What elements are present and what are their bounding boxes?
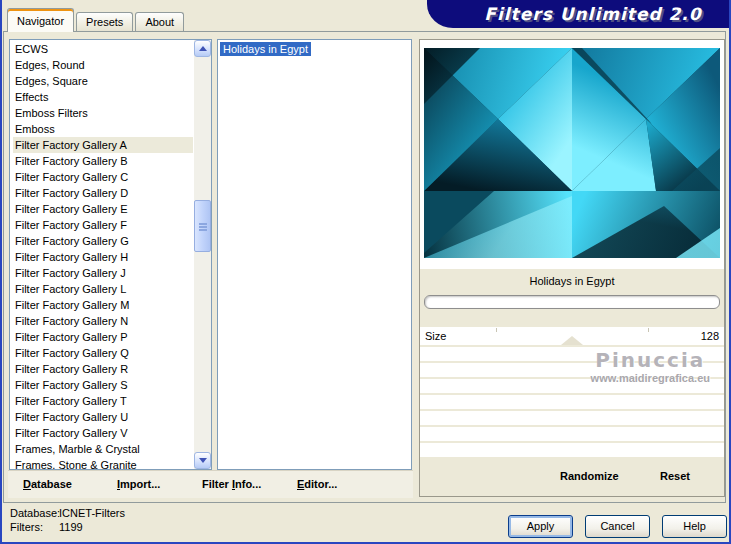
tab-presets[interactable]: Presets bbox=[76, 12, 133, 31]
status-filters-value: 1199 bbox=[59, 521, 83, 533]
category-list-item[interactable]: Filter Factory Gallery C bbox=[13, 169, 193, 185]
import-button[interactable]: Import... bbox=[117, 471, 160, 498]
category-list-item[interactable]: Filter Factory Gallery U bbox=[13, 409, 193, 425]
filter-info-button[interactable]: Filter Info... bbox=[202, 471, 261, 498]
parameter-rows bbox=[420, 347, 724, 459]
preview-panel: Holidays in Egypt Size 128 Pinuccia bbox=[419, 39, 725, 497]
preview-background bbox=[420, 40, 724, 269]
category-list-item[interactable]: Filter Factory Gallery N bbox=[13, 313, 193, 329]
tab-bar: Navigator Presets About bbox=[7, 0, 186, 31]
category-list-item[interactable]: Filter Factory Gallery G bbox=[13, 233, 193, 249]
status-database-label: Database: bbox=[10, 506, 59, 520]
category-list-item[interactable]: Filter Factory Gallery J bbox=[13, 265, 193, 281]
category-list-item[interactable]: Emboss bbox=[13, 121, 193, 137]
status-database-value: ICNET-Filters bbox=[59, 507, 125, 519]
slider-tick bbox=[648, 328, 649, 332]
category-list-item[interactable]: Filter Factory Gallery E bbox=[13, 201, 193, 217]
category-list-item[interactable]: ECWS bbox=[13, 41, 193, 57]
parameter-row bbox=[420, 363, 724, 377]
title-banner: Filters Unlimited 2.0 bbox=[427, 0, 729, 28]
tab-navigator[interactable]: Navigator bbox=[7, 8, 74, 32]
preview-image bbox=[424, 48, 720, 258]
help-button[interactable]: Help bbox=[662, 515, 727, 538]
category-scrollbar[interactable] bbox=[194, 40, 211, 469]
status-database-row: Database:ICNET-Filters bbox=[10, 506, 125, 520]
category-list-item[interactable]: Frames, Marble & Crystal bbox=[13, 441, 193, 457]
parameter-row bbox=[420, 379, 724, 393]
status-filters-row: Filters:1199 bbox=[10, 520, 125, 534]
database-toolbar: Database Import... Filter Info... Editor… bbox=[8, 470, 413, 498]
preview-caption: Holidays in Egypt bbox=[420, 269, 724, 294]
category-list-item[interactable]: Filter Factory Gallery L bbox=[13, 281, 193, 297]
status-filters-label: Filters: bbox=[10, 520, 59, 534]
label-text: ditor... bbox=[304, 478, 337, 490]
cancel-button[interactable]: Cancel bbox=[585, 515, 650, 538]
reset-button[interactable]: Reset bbox=[660, 470, 690, 482]
filter-list-item[interactable]: Holidays in Egypt bbox=[220, 42, 311, 56]
randomize-button[interactable]: Randomize bbox=[560, 470, 619, 482]
category-list-item[interactable]: Filter Factory Gallery D bbox=[13, 185, 193, 201]
editor-button[interactable]: Editor... bbox=[297, 471, 337, 498]
label-text: atabase bbox=[31, 478, 72, 490]
category-list-item[interactable]: Filter Factory Gallery A bbox=[13, 137, 193, 153]
category-list-item[interactable]: Filter Factory Gallery H bbox=[13, 249, 193, 265]
filters-unlimited-dialog: Filters Unlimited 2.0 Navigator Presets … bbox=[0, 0, 731, 544]
apply-button[interactable]: Apply bbox=[508, 515, 573, 538]
label-text: nfo... bbox=[235, 478, 261, 490]
accel-letter: D bbox=[23, 478, 31, 490]
parameter-row bbox=[420, 395, 724, 409]
progress-bar bbox=[424, 295, 720, 309]
category-list-item[interactable]: Filter Factory Gallery M bbox=[13, 297, 193, 313]
size-label: Size bbox=[425, 327, 446, 345]
parameter-row bbox=[420, 347, 724, 361]
label-text: mport... bbox=[120, 478, 160, 490]
category-list-item[interactable]: Filter Factory Gallery T bbox=[13, 393, 193, 409]
size-value: 128 bbox=[701, 327, 719, 345]
scrollbar-thumb[interactable] bbox=[194, 200, 211, 252]
category-list-item[interactable]: Emboss Filters bbox=[13, 105, 193, 121]
category-list-item[interactable]: Filter Factory Gallery S bbox=[13, 377, 193, 393]
category-list[interactable]: ECWSEdges, RoundEdges, SquareEffectsEmbo… bbox=[9, 39, 212, 470]
scroll-down-icon[interactable] bbox=[194, 452, 211, 469]
filter-list[interactable]: Holidays in Egypt bbox=[217, 39, 412, 470]
category-list-item[interactable]: Filter Factory Gallery V bbox=[13, 425, 193, 441]
category-list-item[interactable]: Filter Factory Gallery P bbox=[13, 329, 193, 345]
category-list-item[interactable]: Effects bbox=[13, 89, 193, 105]
status-bar: Database:ICNET-Filters Filters:1199 bbox=[10, 506, 125, 534]
size-slider[interactable]: Size 128 bbox=[420, 327, 724, 345]
category-list-item[interactable]: Filter Factory Gallery B bbox=[13, 153, 193, 169]
parameter-row bbox=[420, 427, 724, 441]
category-list-item[interactable]: Filter Factory Gallery Q bbox=[13, 345, 193, 361]
app-title: Filters Unlimited 2.0 bbox=[454, 4, 701, 24]
category-list-item[interactable]: Filter Factory Gallery F bbox=[13, 217, 193, 233]
category-list-item[interactable]: Filter Factory Gallery R bbox=[13, 361, 193, 377]
database-button[interactable]: Database bbox=[23, 471, 72, 498]
category-list-item[interactable]: Edges, Square bbox=[13, 73, 193, 89]
tab-about[interactable]: About bbox=[135, 12, 184, 31]
slider-thumb[interactable] bbox=[561, 336, 583, 345]
category-list-item[interactable]: Frames, Stone & Granite bbox=[13, 457, 193, 470]
slider-tick bbox=[496, 328, 497, 332]
scroll-up-icon[interactable] bbox=[194, 40, 211, 57]
navigator-panel: ECWSEdges, RoundEdges, SquareEffectsEmbo… bbox=[3, 31, 726, 503]
parameter-row bbox=[420, 411, 724, 425]
parameter-row bbox=[420, 443, 724, 457]
category-list-item[interactable]: Edges, Round bbox=[13, 57, 193, 73]
label-text: Filter bbox=[202, 478, 232, 490]
